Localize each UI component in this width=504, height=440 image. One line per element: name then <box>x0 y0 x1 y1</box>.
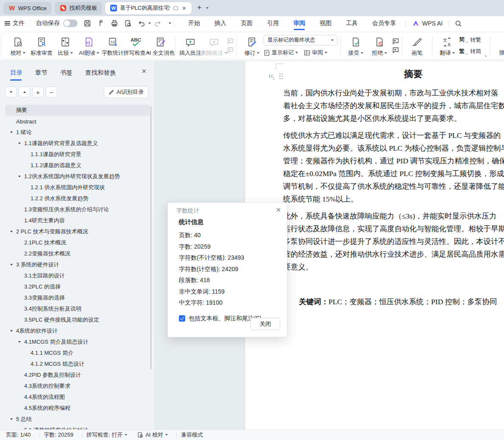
restrict-editing-button[interactable]: 限制编辑 <box>493 33 504 59</box>
ai-proofread-indicator[interactable]: AI 校对 <box>137 431 168 439</box>
close-button[interactable]: 关闭 <box>251 318 280 330</box>
page-indicator[interactable]: 页面: 1/40 <box>6 431 31 439</box>
collapse-chevron-icon[interactable] <box>10 132 13 133</box>
insert-comment-button[interactable]: 插入批注 <box>178 33 202 59</box>
accept-revision-button[interactable]: 接受 <box>344 33 368 59</box>
show-markup-button[interactable]: 显示标记 <box>264 49 298 56</box>
tab-document[interactable]: W 基于PLC的高层住宅恒压供水 ✕ <box>105 2 192 14</box>
toc-item[interactable]: Abstract <box>5 116 150 127</box>
menu-review[interactable]: 审阅 <box>286 16 312 31</box>
close-dialog-icon[interactable]: ✕ <box>276 206 281 214</box>
word-count-button[interactable]: 12 字数统计 <box>101 33 125 59</box>
toc-item[interactable]: 2.2变频器技术概况 <box>5 248 150 259</box>
translate-button[interactable]: 文A 翻译 <box>435 33 459 59</box>
close-sidebar-icon[interactable]: ✕ <box>141 67 147 75</box>
menu-home[interactable]: 开始 <box>181 16 207 31</box>
toc-item[interactable]: 1 绪论 <box>5 127 150 138</box>
menu-page[interactable]: 页面 <box>234 16 260 31</box>
ai-polish-button[interactable]: AI 全文润色 <box>148 33 172 59</box>
collapse-chevron-icon[interactable] <box>18 143 21 144</box>
toc-item[interactable]: 摘要 <box>5 105 150 116</box>
toc-item[interactable]: 3 系统的硬件设计 <box>5 259 150 270</box>
track-changes-button[interactable]: 修订 <box>240 33 264 59</box>
collapse-chevron-icon[interactable] <box>10 418 13 420</box>
new-tab-button[interactable]: + <box>197 3 202 12</box>
next-revision-button[interactable] <box>391 47 399 53</box>
standard-review-button[interactable]: 标准审查 <box>30 33 53 59</box>
collapse-chevron-icon[interactable] <box>10 330 13 332</box>
output-pdf-button[interactable] <box>97 19 105 28</box>
to-simplified-button[interactable]: 繁→ 转简 <box>459 48 481 56</box>
toc-item[interactable]: 1.2.1 供水系统国内外研究现状 <box>5 182 150 193</box>
menu-insert[interactable]: 插入 <box>207 16 234 31</box>
toc-item[interactable]: 4.1MCGS 简介及组态设计 <box>5 336 150 348</box>
spell-check-button[interactable]: ABC 拼写检查 <box>125 33 148 59</box>
drag-handle-icon[interactable] <box>279 73 283 80</box>
proofread-button[interactable]: 校对 <box>6 33 30 59</box>
sidebar-scrollbar[interactable] <box>150 106 152 369</box>
toc-item[interactable]: 2 PLC 技术与变频器技术概况 <box>5 226 150 237</box>
autosave-toggle[interactable] <box>63 20 78 27</box>
toc-item[interactable]: 1.4研究主要内容 <box>5 215 150 226</box>
group-expand-icon[interactable]: ↘ <box>484 53 487 58</box>
previous-revision-button[interactable] <box>391 38 399 45</box>
reject-revision-button[interactable]: 拒绝 <box>368 33 391 59</box>
toc-item[interactable]: 3.3变频器的选择 <box>5 292 150 303</box>
toc-zoom-out-button[interactable]: − <box>46 87 57 98</box>
toc-item[interactable]: 5 总结 <box>5 414 150 425</box>
markup-state-dropdown[interactable]: 显示标记的最终状态 <box>264 35 337 45</box>
autosave-control[interactable]: 自动保存 <box>36 20 78 27</box>
menu-tools[interactable]: 工具 <box>339 16 365 31</box>
toc-item[interactable]: 4系统的软件设计 <box>5 325 150 336</box>
search-icon[interactable] <box>454 19 462 28</box>
menu-reference[interactable]: 引用 <box>260 16 286 31</box>
toc-item[interactable]: 4.3系统的控制要求 <box>5 381 150 392</box>
collapse-chevron-icon[interactable] <box>18 176 21 177</box>
undo-chevron-icon[interactable] <box>148 22 151 24</box>
toc-item[interactable]: 4.5系统的程序编程 <box>5 403 150 414</box>
toc-item[interactable]: 4.1.1 MCGS 简介 <box>5 348 150 359</box>
review-pane-button[interactable]: 审阅 <box>304 49 327 56</box>
collapse-chevron-icon[interactable] <box>10 264 13 266</box>
ai-read-aloud-button[interactable]: AI朗读 <box>77 33 101 59</box>
word-count-indicator[interactable]: 字数: 20259 <box>44 431 73 439</box>
ink-brush-button[interactable]: 画笔 <box>405 33 429 59</box>
sidebar-tab-contents[interactable]: 目录 <box>10 69 22 77</box>
save-button[interactable] <box>83 19 92 28</box>
collapse-chevron-icon[interactable] <box>18 341 21 343</box>
wps-ai-button[interactable]: WPS AI <box>412 20 443 27</box>
toc-item[interactable]: 1.1.1课题的研究背景 <box>5 149 150 160</box>
sidebar-tab-find-replace[interactable]: 查找和替换 <box>85 69 116 77</box>
print-preview-button[interactable] <box>124 19 132 28</box>
toc-item[interactable]: 3.1主回路的设计 <box>5 270 150 281</box>
toc-item[interactable]: 1.2.2 供水系统发展趋势 <box>5 193 150 204</box>
toc-item[interactable]: 4.4系统的流程图 <box>5 392 150 403</box>
sidebar-tab-bookmarks[interactable]: 书签 <box>60 69 72 77</box>
tab-docer-templates[interactable]: 找稻壳模板 <box>55 2 102 14</box>
toc-item[interactable]: 5.1 课题的研究总结与结论 <box>5 425 150 429</box>
toc-item[interactable]: 2.1PLC 技术概况 <box>5 237 150 248</box>
toc-item[interactable]: 3.5PLC 硬件接线及功能的设定 <box>5 314 150 325</box>
ai-recognize-toc-button[interactable]: AI识别目录 <box>104 86 148 98</box>
tab-wps-office[interactable]: W WPS Office <box>3 2 52 14</box>
undo-button[interactable] <box>137 19 146 28</box>
sidebar-tab-chapters[interactable]: 章节 <box>35 69 47 77</box>
to-traditional-button[interactable]: 简→ 转繁 <box>459 36 481 44</box>
toc-item[interactable]: 3.2PLC 的选择 <box>5 281 150 292</box>
toc-expand-down-button[interactable] <box>5 87 17 98</box>
print-button[interactable] <box>110 19 119 28</box>
float-window-icon[interactable] <box>173 6 178 10</box>
toc-item[interactable]: 4.1.2 MCGS 组态设计 <box>5 359 150 370</box>
tab-list-chevron-icon[interactable] <box>206 7 209 9</box>
toc-zoom-in-button[interactable]: + <box>32 87 44 98</box>
toc-item[interactable]: 1.1课题的研究背景及选题意义 <box>5 138 150 149</box>
checked-checkbox-icon[interactable] <box>179 315 185 322</box>
toc-collapse-up-button[interactable] <box>19 87 30 98</box>
spell-check-indicator[interactable]: 拼写检查: 打开 <box>86 431 127 439</box>
file-menu-button[interactable]: 文件 <box>5 20 25 27</box>
collapse-chevron-icon[interactable] <box>10 231 13 233</box>
toc-item[interactable]: 1.2供水系统国内外研究现状及发展趋势 <box>5 171 150 182</box>
menu-membership[interactable]: 会员专享 <box>365 16 403 31</box>
toc-item[interactable]: 1.3变频恒压供水系统的介绍与讨论 <box>5 204 150 215</box>
toc-item[interactable]: 3.4控制系统分析及说明 <box>5 303 150 314</box>
